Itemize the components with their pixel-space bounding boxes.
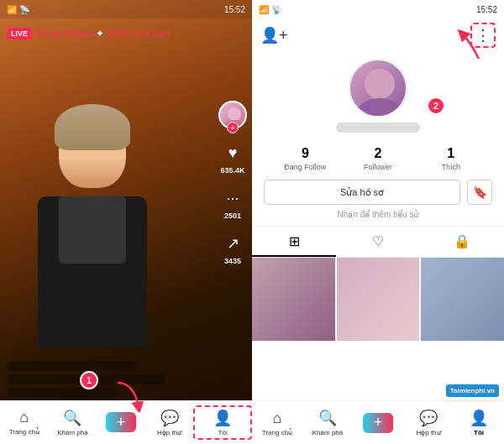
me-icon-left: 👤: [213, 409, 232, 427]
follower-count: 2: [375, 146, 382, 161]
nav-home-right[interactable]: ⌂ Trang chủ: [252, 410, 302, 436]
profile-avatar[interactable]: [349, 59, 407, 118]
right-status-time: 15:52: [476, 5, 497, 14]
content-grid: [252, 258, 504, 400]
left-panel: 📶 📡 15:52 LIVE Đang Follow ✦ Dành cho bạ…: [0, 0, 252, 444]
live-title: Đang Follow ✦ Dành cho bạn: [37, 28, 245, 39]
bio-hint[interactable]: Nhấn để thêm tiểu sử: [252, 210, 504, 219]
following-label: Đang Follow: [284, 163, 326, 171]
discover-label-right: Khám phá: [312, 429, 343, 436]
nav-home-left[interactable]: ⌂ Trang chủ: [0, 409, 49, 436]
tab-private[interactable]: 🔒: [420, 227, 504, 257]
inbox-icon-right: 💬: [419, 409, 438, 427]
action-buttons: Sửa hồ sơ 🔖: [252, 180, 504, 205]
me-label-right: Tôi: [474, 429, 484, 436]
nav-plus-right[interactable]: +: [353, 413, 403, 433]
arrow-right-annotation: [437, 25, 487, 67]
tab-liked[interactable]: ♡: [336, 227, 420, 257]
live-subtitle: Dành cho bạn: [107, 28, 170, 39]
share-count: 3435: [224, 257, 241, 265]
home-icon: ⌂: [19, 409, 29, 426]
svg-point-0: [228, 107, 241, 121]
left-top-bar: LIVE Đang Follow ✦ Dành cho bạn: [0, 18, 252, 49]
comment-count: 2501: [224, 212, 241, 220]
comment-lines: [7, 361, 193, 398]
person-figure: [17, 112, 168, 398]
follower-label: Follower: [364, 163, 392, 171]
nav-me-right[interactable]: 👤 Tôi: [454, 409, 504, 436]
comment-icon[interactable]: ···: [221, 186, 244, 210]
share-button-block[interactable]: ↗ 3435: [221, 232, 244, 265]
left-status-bar: 📶 📡 15:52: [0, 0, 252, 18]
add-user-icon[interactable]: 👤+: [260, 26, 288, 44]
stat-likes: 1 Thích: [414, 146, 487, 171]
live-badge: LIVE: [7, 28, 32, 39]
video-action-icons: + ♥ 635.4K ··· 2501 ↗ 3435: [218, 101, 247, 265]
tab-grid[interactable]: ⊞: [252, 227, 336, 257]
grid-item-3[interactable]: [421, 258, 504, 341]
right-status-icons: 📶 📡: [259, 5, 281, 14]
me-label-left: Tôi: [218, 429, 228, 436]
nav-inbox-right[interactable]: 💬 Hộp thư: [403, 409, 454, 436]
share-icon[interactable]: ↗: [221, 232, 244, 255]
likes-label: Thích: [441, 163, 460, 171]
home-label: Trang chủ: [9, 428, 39, 436]
heart-icon[interactable]: ♥: [221, 141, 244, 165]
stat-follower: 2 Follower: [342, 146, 415, 171]
grid-item-2[interactable]: [337, 258, 420, 341]
svg-point-2: [365, 69, 395, 99]
person-hair: [55, 104, 130, 150]
discover-label: Khám phá: [57, 429, 87, 436]
bookmark-button[interactable]: 🔖: [467, 180, 492, 205]
bottom-nav-right: ⌂ Trang chủ 🔍 Khám phá + 💬 Hộp thư 👤 Tôi: [252, 400, 504, 444]
annotation-circle-2: 2: [427, 97, 445, 115]
right-status-bar: 📶 📡 15:52: [252, 0, 504, 18]
status-icons: 📶 📡: [7, 5, 29, 14]
nav-me-left[interactable]: 👤 Tôi: [193, 405, 252, 440]
comment-overlay: [7, 361, 193, 398]
inbox-label-right: Hộp thư: [416, 429, 440, 436]
comment-button-block[interactable]: ··· 2501: [221, 186, 244, 220]
comment-line-3: [7, 388, 118, 398]
person-body-design: [59, 196, 126, 264]
home-icon-right: ⌂: [273, 410, 282, 427]
grid-item-1[interactable]: [252, 258, 335, 341]
me-icon-right: 👤: [470, 409, 488, 427]
comment-line-1: [7, 361, 137, 371]
inbox-label: Hộp thư: [157, 429, 181, 436]
content-tabs: ⊞ ♡ 🔒: [252, 226, 504, 258]
right-panel: 📶 📡 15:52 👤+ ⋮ 2 9 Đang Follow 2 Followe…: [252, 0, 504, 444]
plus-button[interactable]: +: [106, 412, 136, 432]
person-body: [38, 196, 147, 347]
follow-plus-button[interactable]: +: [227, 122, 239, 133]
person-head: [59, 112, 126, 188]
nav-plus-left[interactable]: +: [97, 412, 145, 432]
plus-button-right[interactable]: +: [363, 413, 393, 433]
profile-name-placeholder: [336, 123, 420, 133]
watermark: Taimienphi.vn: [446, 384, 499, 397]
following-count: 9: [302, 146, 309, 161]
inbox-icon: 💬: [160, 409, 179, 427]
likes-count: 1: [447, 146, 454, 161]
nav-discover-left[interactable]: 🔍 Khám phá: [49, 409, 97, 436]
svg-point-3: [356, 98, 403, 118]
streamer-avatar-block: +: [218, 101, 247, 129]
discover-icon: 🔍: [63, 409, 81, 427]
status-time: 15:52: [224, 5, 245, 14]
nav-discover-right[interactable]: 🔍 Khám phá: [302, 409, 353, 436]
discover-icon-right: 🔍: [318, 409, 337, 427]
annotation-circle-1: 1: [80, 371, 98, 389]
live-follow-text: Đang Follow: [37, 28, 93, 39]
edit-profile-button[interactable]: Sửa hồ sơ: [264, 180, 460, 205]
home-label-right: Trang chủ: [262, 429, 292, 436]
stats-row: 9 Đang Follow 2 Follower 1 Thích: [252, 138, 504, 180]
like-count: 635.4K: [220, 166, 244, 175]
nav-inbox-left[interactable]: 💬 Hộp thư: [145, 409, 194, 436]
stat-following: 9 Đang Follow: [269, 146, 342, 171]
like-button-block[interactable]: ♥ 635.4K: [220, 141, 244, 175]
arrow-down-annotation: [109, 379, 151, 412]
